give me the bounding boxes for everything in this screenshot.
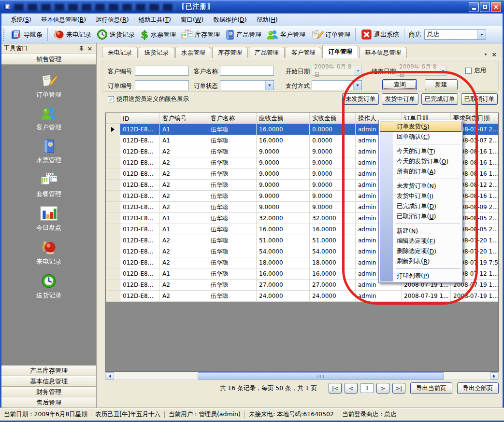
row-selector[interactable]	[106, 191, 120, 201]
context-menu-item[interactable]: 今天的订单(T)	[379, 146, 462, 156]
row-selector[interactable]	[106, 135, 120, 146]
column-header[interactable]: ID	[120, 113, 160, 124]
row-selector[interactable]	[106, 235, 120, 246]
column-header[interactable]: 实收金额	[310, 113, 356, 124]
end-date-picker[interactable]: 2009年 6月 8日	[397, 66, 447, 76]
context-menu-item[interactable]: 订单发货(S)	[380, 122, 461, 132]
row-selector[interactable]	[106, 246, 120, 257]
sidebar-item-call-log[interactable]: 来电记录	[36, 239, 61, 266]
menu-S[interactable]: 系统(S)	[6, 14, 36, 26]
unshipped-orders-button[interactable]: 未发货订单	[342, 93, 379, 105]
tab-close-icon[interactable]: ×	[492, 51, 497, 58]
context-menu-item[interactable]: 已取消订单(U)	[379, 211, 462, 222]
enable-checkbox-row[interactable]: 启用	[465, 67, 486, 75]
column-header[interactable]: 客户名称	[208, 113, 257, 124]
close-icon[interactable]: ×	[86, 45, 94, 52]
pin-icon[interactable]	[77, 45, 86, 52]
tab-list-dropdown-icon[interactable]	[484, 54, 487, 56]
menu-H[interactable]: 帮助(H)	[252, 14, 283, 26]
tab-inventory[interactable]: 库存管理	[212, 47, 248, 58]
payment-select[interactable]	[312, 80, 362, 90]
row-selector[interactable]	[106, 157, 120, 168]
color-checkbox-row[interactable]: ✓ 使用送货员定义的颜色展示	[108, 95, 189, 103]
sidebar-section-product-inventory[interactable]: 产品库存管理	[1, 366, 96, 376]
context-menu-item[interactable]: 删除选定项(D)	[379, 246, 462, 256]
row-selector[interactable]	[106, 169, 120, 179]
store-select[interactable]: 总店	[424, 29, 486, 40]
row-selector[interactable]	[106, 180, 120, 190]
query-button[interactable]: 查询	[382, 79, 417, 90]
context-menu-item[interactable]: 未发货订单(N)	[379, 181, 462, 191]
context-menu-item[interactable]: 今天的发货订单(O)	[379, 156, 462, 167]
toolbar-products[interactable]: 产品管理	[222, 28, 264, 42]
menu-D[interactable]: 数据维护(D)	[208, 14, 251, 26]
new-button[interactable]: 新建	[425, 79, 458, 90]
menu-B[interactable]: 基本信息管理(B)	[36, 14, 91, 26]
store-dropdown-button[interactable]	[477, 30, 486, 39]
tab-orders-active[interactable]: 订单管理	[322, 45, 358, 58]
order-status-select[interactable]	[220, 80, 274, 90]
menu-W[interactable]: 窗口(W)	[176, 14, 208, 26]
context-menu-item[interactable]: 回单确认(C)	[379, 132, 462, 142]
customer-no-input[interactable]	[135, 66, 189, 76]
maximize-button[interactable]	[480, 2, 490, 12]
context-menu-item[interactable]: 编辑选定项(E)	[379, 236, 462, 246]
row-selector[interactable]	[106, 268, 120, 279]
context-menu-item[interactable]: 打印列表(P)	[379, 271, 462, 281]
tab-water-ticket[interactable]: 水票管理	[175, 47, 211, 58]
row-selector[interactable]	[106, 280, 120, 290]
row-selector[interactable]	[106, 202, 120, 212]
tab-basic-info[interactable]: 基本信息管理	[359, 47, 407, 58]
menu-T[interactable]: 辅助工具(T)	[134, 14, 176, 26]
toolbar-delivery-log[interactable]: 送货记录	[94, 28, 137, 42]
scroll-right-icon[interactable]	[490, 372, 498, 380]
toolbar-navigator[interactable]: 导航条	[8, 28, 45, 42]
toolbar-orders[interactable]: 订单管理	[308, 28, 353, 42]
minimize-button[interactable]	[469, 2, 479, 12]
toolbar-exit[interactable]: 退出系统	[358, 28, 402, 42]
tab-call-log[interactable]: 来电记录	[102, 47, 138, 58]
table-row[interactable]: 012D-E8...A2伍华聪24.000024.0000admin2008-0…	[106, 291, 498, 302]
order-no-input[interactable]	[135, 80, 189, 90]
close-button[interactable]: ×	[491, 2, 501, 12]
sidebar-section-after-sales[interactable]: 售后管理	[1, 397, 96, 408]
sidebar-item-daily-count[interactable]: 今日盘点	[36, 205, 61, 232]
completed-orders-button[interactable]: 已完成订单	[421, 93, 458, 105]
column-header[interactable]: 客户编号	[160, 113, 208, 124]
sidebar-section-finance[interactable]: 财务管理	[1, 387, 96, 397]
last-page-button[interactable]: >|	[392, 383, 405, 394]
customer-name-input[interactable]	[220, 66, 274, 76]
scroll-left-icon[interactable]	[106, 372, 114, 380]
tab-products[interactable]: 产品管理	[249, 47, 285, 58]
row-selector[interactable]	[106, 224, 120, 235]
row-selector[interactable]	[106, 291, 120, 301]
row-selector[interactable]	[106, 124, 120, 135]
toolbar-water-ticket[interactable]: $ 水票管理	[137, 28, 178, 42]
sidebar-item-customers[interactable]: 客户管理	[36, 106, 61, 132]
export-all-pages-button[interactable]: 导出全部页	[457, 382, 499, 394]
toolbar-call-log[interactable]: 来电记录	[50, 28, 94, 42]
toolbar-grip[interactable]	[3, 28, 5, 41]
tab-delivery-log[interactable]: 送货记录	[139, 47, 174, 58]
menu-R[interactable]: 运行信息(R)	[91, 14, 133, 26]
context-menu-item[interactable]: 发货中订单(I)	[379, 191, 462, 201]
export-current-page-button[interactable]: 导出当前页	[410, 382, 452, 394]
row-selector[interactable]	[106, 257, 120, 268]
column-header[interactable]: 应收金额	[257, 113, 310, 124]
tab-customers[interactable]: 客户管理	[286, 47, 321, 58]
sidebar-item-delivery-log[interactable]: 送货记录	[36, 273, 61, 300]
sidebar-item-water-ticket[interactable]: 水票管理	[36, 139, 61, 165]
enable-checkbox[interactable]	[465, 68, 472, 74]
prev-page-button[interactable]: <	[345, 383, 358, 394]
context-menu-item[interactable]: 所有的订单(A)	[379, 167, 462, 177]
scrollbar-thumb[interactable]	[198, 372, 444, 380]
toolbar-customers[interactable]: 客户管理	[264, 28, 308, 42]
page-number-input[interactable]: 1	[360, 383, 374, 393]
shipping-orders-button[interactable]: 发货中订单	[382, 93, 418, 105]
first-page-button[interactable]: |<	[329, 383, 342, 394]
context-menu-item[interactable]: 已完成订单(D)	[379, 201, 462, 211]
row-selector[interactable]	[106, 146, 120, 157]
context-menu-item[interactable]: 刷新列表(R)	[379, 256, 462, 267]
context-menu-item[interactable]: 新建(N)	[379, 226, 462, 236]
horizontal-scrollbar[interactable]	[105, 372, 499, 380]
